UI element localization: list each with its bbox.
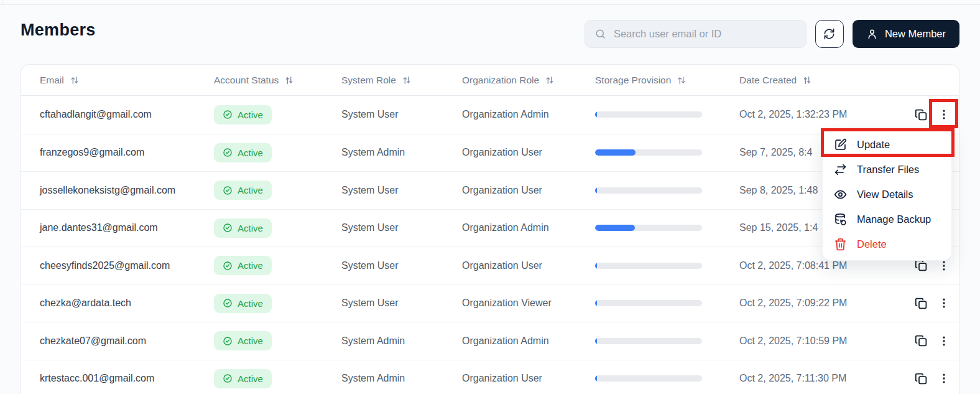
- member-email: jossellekoneksistg@gmail.com: [40, 185, 214, 196]
- status-badge: Active: [214, 331, 272, 350]
- date-created: Oct 2, 2025, 7:08:41 PM: [739, 260, 895, 271]
- column-header-date-created[interactable]: Date Created: [739, 75, 895, 86]
- row-menu-button[interactable]: [938, 297, 950, 309]
- storage-progress-fill: [595, 111, 597, 118]
- table-row: cheesyfinds2025@gmail.com Active System …: [21, 246, 959, 284]
- system-role: System User: [341, 222, 462, 233]
- row-menu-button[interactable]: [938, 372, 950, 385]
- storage-progress-bar: [595, 263, 702, 269]
- status-badge: Active: [214, 369, 272, 388]
- storage-progress-fill: [595, 338, 597, 344]
- organization-role: Organization Admin: [462, 109, 595, 120]
- table-body: cftahadlangit@gmail.com Active System Us…: [21, 96, 959, 394]
- transfer-icon: [834, 163, 847, 176]
- column-header-system-role[interactable]: System Role: [341, 75, 462, 86]
- storage-progress-bar: [595, 111, 702, 118]
- sort-icon[interactable]: [70, 75, 80, 85]
- date-created: Oct 2, 2025, 7:09:22 PM: [739, 298, 895, 309]
- organization-role: Organization Admin: [462, 335, 595, 347]
- column-header-storage-provision[interactable]: Storage Provision: [595, 75, 739, 86]
- menu-item-update[interactable]: Update: [823, 132, 951, 157]
- storage-progress-bar: [595, 225, 702, 231]
- sort-icon[interactable]: [802, 75, 812, 85]
- column-header-account-status[interactable]: Account Status: [214, 75, 341, 86]
- trash-icon: [834, 238, 847, 251]
- search-input[interactable]: [612, 27, 797, 40]
- sort-icon[interactable]: [284, 75, 294, 85]
- copy-button[interactable]: [915, 259, 928, 272]
- check-circle-icon: [223, 298, 233, 308]
- backup-icon: [834, 213, 847, 226]
- date-created: Oct 2, 2025, 1:32:23 PM: [739, 109, 895, 120]
- refresh-button[interactable]: [815, 20, 844, 48]
- copy-button[interactable]: [915, 297, 928, 310]
- storage-progress-fill: [595, 300, 597, 306]
- copy-button[interactable]: [915, 108, 928, 121]
- members-table: Email Account Status System Role Organiz…: [21, 64, 959, 394]
- menu-item-manage-backup[interactable]: Manage Backup: [823, 207, 951, 232]
- person-icon: [866, 28, 878, 40]
- check-circle-icon: [223, 110, 233, 120]
- menu-item-transfer-files[interactable]: Transfer Files: [823, 157, 951, 182]
- menu-item-delete[interactable]: Delete: [823, 232, 951, 256]
- left-edge-tick: [2, 0, 2, 4]
- member-email: chezka@ardata.tech: [40, 298, 214, 309]
- organization-role: Organization User: [462, 373, 595, 384]
- status-badge: Active: [214, 294, 272, 313]
- column-header-email[interactable]: Email: [40, 75, 214, 86]
- storage-progress-bar: [595, 187, 702, 194]
- storage-progress-bar: [595, 149, 702, 156]
- storage-progress-fill: [595, 375, 597, 382]
- new-member-label: New Member: [885, 28, 946, 40]
- organization-role: Organization Viewer: [462, 298, 595, 309]
- edit-icon: [834, 138, 847, 151]
- system-role: System Admin: [341, 335, 462, 347]
- new-member-button[interactable]: New Member: [853, 20, 959, 48]
- row-menu-button[interactable]: [938, 260, 950, 272]
- search-box[interactable]: [585, 20, 807, 48]
- search-icon: [594, 28, 606, 40]
- menu-item-view-details[interactable]: View Details: [823, 182, 951, 207]
- status-badge: Active: [214, 143, 272, 162]
- system-role: System User: [341, 185, 462, 196]
- check-circle-icon: [223, 261, 233, 271]
- row-actions-menu: Update Transfer Files View Details Manag…: [822, 128, 952, 261]
- date-created: Oct 2, 2025, 7:10:59 PM: [739, 335, 895, 347]
- row-menu-button[interactable]: [938, 108, 950, 121]
- status-badge: Active: [214, 256, 272, 275]
- status-badge: Active: [214, 105, 272, 124]
- table-row: jossellekoneksistg@gmail.com Active Syst…: [21, 171, 959, 209]
- column-header-organization-role[interactable]: Organization Role: [462, 75, 595, 86]
- table-row: franzegos9@gmail.com Active System Admin…: [21, 134, 959, 172]
- organization-role: Organization Admin: [462, 222, 595, 233]
- refresh-icon: [823, 28, 835, 40]
- system-role: System User: [341, 109, 462, 120]
- toolbar: New Member: [585, 20, 959, 48]
- copy-button[interactable]: [915, 372, 928, 385]
- storage-progress-fill: [595, 263, 597, 269]
- sort-icon[interactable]: [402, 75, 412, 85]
- table-header-row: Email Account Status System Role Organiz…: [21, 65, 959, 96]
- page-title: Members: [21, 21, 96, 40]
- storage-progress-fill: [595, 149, 636, 156]
- check-circle-icon: [223, 223, 233, 233]
- storage-progress-fill: [595, 187, 597, 194]
- status-badge: Active: [214, 181, 272, 200]
- sort-icon[interactable]: [545, 75, 555, 85]
- copy-button[interactable]: [915, 334, 928, 347]
- eye-icon: [834, 188, 847, 201]
- check-circle-icon: [223, 148, 233, 157]
- table-row: chezka@ardata.tech Active System User Or…: [21, 284, 959, 322]
- storage-progress-fill: [595, 225, 635, 231]
- table-row: cftahadlangit@gmail.com Active System Us…: [21, 96, 959, 134]
- top-divider: [0, 4, 980, 5]
- storage-progress-bar: [595, 300, 702, 306]
- organization-role: Organization User: [462, 185, 595, 196]
- member-email: chezkate07@gmail.com: [40, 335, 214, 347]
- system-role: System User: [341, 298, 462, 309]
- row-menu-button[interactable]: [938, 335, 950, 347]
- table-row: krtestacc.001@gmail.com Active System Ad…: [21, 360, 959, 394]
- storage-progress-bar: [595, 375, 702, 382]
- table-row: chezkate07@gmail.com Active System Admin…: [21, 322, 959, 360]
- sort-icon[interactable]: [677, 75, 686, 85]
